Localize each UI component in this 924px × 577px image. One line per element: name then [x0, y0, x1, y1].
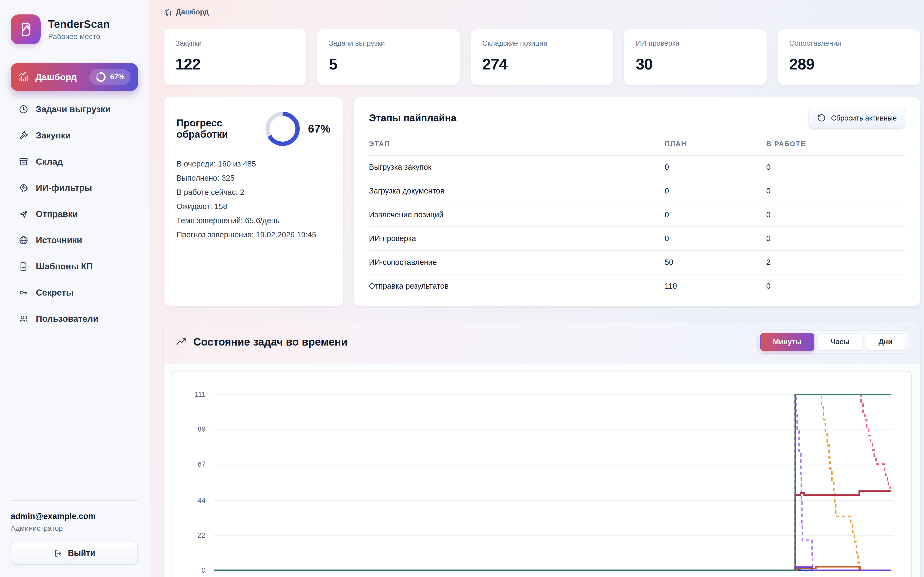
range-button-minutes[interactable]: Минуты [760, 333, 814, 351]
sidebar-footer: admin@example.com Администратор Выйти [11, 500, 138, 565]
sidebar-item-5[interactable]: Источники [11, 227, 138, 253]
stat-label: Сопоставления [789, 39, 908, 48]
table-row: Выгрузка закупок00 [369, 156, 905, 179]
stage-plan: 0 [664, 234, 766, 243]
chart-panel: 02244678911107:45 16.0209:28 16.0211:11 … [172, 371, 912, 577]
stat-card-ai: ИИ-проверки 30 [624, 29, 767, 85]
svg-text:44: 44 [198, 496, 206, 504]
range-switcher: Минуты Часы Дни [757, 330, 908, 354]
trend-icon [176, 337, 187, 348]
series-В работе: отправка [214, 395, 892, 570]
logout-label: Выйти [68, 548, 95, 558]
brand: TenderScan Рабочее место [11, 15, 138, 44]
sidebar-item-label: Пользователи [36, 314, 98, 324]
sidebar-item-label: Шаблоны КП [36, 261, 93, 272]
svg-text:89: 89 [198, 425, 206, 433]
progress-ring-icon [95, 71, 106, 82]
main-content: Дашборд Закупки 122 Задачи выгрузки 5 Ск… [149, 0, 924, 577]
sidebar-item-label: Источники [36, 235, 82, 245]
stat-card-sklad: Складские позиции 274 [471, 29, 613, 85]
dashboard-progress-pill: 67% [89, 69, 131, 85]
stage-name: Выгрузка закупок [369, 163, 664, 172]
sidebar: TenderScan Рабочее место Дашборд 67% Зад… [0, 0, 149, 577]
stage-inwork: 0 [766, 210, 905, 219]
sidebar-item-6[interactable]: Шаблоны КП [11, 253, 138, 280]
sidebar-nav: Задачи выгрузкиЗакупкиСкладИИ-фильтрыОтп… [11, 96, 138, 332]
key-icon [19, 288, 28, 297]
stage-inwork: 0 [766, 234, 905, 243]
range-button-hours[interactable]: Часы [818, 333, 863, 351]
stage-name: Загрузка документов [369, 187, 664, 195]
series-Не завершено: отправка [214, 395, 892, 570]
document-icon [19, 262, 28, 271]
sidebar-item-2[interactable]: Склад [11, 148, 138, 175]
stage-name: ИИ-сопоставление [369, 258, 664, 267]
sidebar-item-label: Дашборд [35, 72, 77, 82]
document-gavel-icon [18, 21, 34, 38]
progress-details: В очереди: 160 из 485 Выполнено: 325 В р… [176, 160, 331, 239]
app-title: TenderScan [48, 18, 110, 30]
stage-inwork: 0 [766, 187, 905, 195]
stat-label: Складские позиции [482, 39, 601, 48]
stage-plan: 110 [664, 282, 766, 290]
progress-donut [263, 109, 303, 149]
progress-card: Прогресс обработки 67% В очереди: 160 из… [164, 97, 343, 306]
stat-card-zadachi: Задачи выгрузки 5 [317, 29, 460, 85]
reset-active-label: Сбросить активные [831, 114, 897, 122]
progress-line: Темп завершений: 65,6/день [176, 216, 331, 225]
pipeline-table-header: ЭТАП ПЛАН В РАБОТЕ [369, 140, 905, 156]
stat-label: Задачи выгрузки [329, 39, 448, 48]
stat-value: 5 [329, 55, 448, 73]
svg-text:67: 67 [198, 460, 206, 468]
progress-line: Ожидают: 158 [176, 202, 331, 211]
chart-bars-icon [18, 72, 29, 82]
sidebar-item-7[interactable]: Секреты [11, 280, 138, 306]
stat-card-sopostavleniya: Сопоставления 289 [777, 29, 920, 85]
progress-line: В очереди: 160 из 485 [176, 160, 331, 168]
stat-value: 30 [636, 55, 755, 73]
stage-inwork: 2 [766, 258, 905, 267]
sidebar-item-8[interactable]: Пользователи [11, 306, 138, 332]
svg-text:111: 111 [195, 390, 206, 398]
table-row: ИИ-проверка00 [369, 227, 905, 251]
stage-plan: 0 [664, 163, 766, 172]
column-header-plan: ПЛАН [664, 140, 766, 148]
sidebar-item-1[interactable]: Закупки [11, 122, 138, 148]
sidebar-item-3[interactable]: ИИ-фильтры [11, 175, 138, 201]
column-header-inwork: В РАБОТЕ [766, 140, 905, 148]
sidebar-item-label: Задачи выгрузки [36, 104, 110, 114]
progress-card-title: Прогресс обработки [176, 118, 257, 140]
sidebar-item-label: Склад [36, 156, 63, 167]
ai-head-icon [19, 183, 28, 193]
stat-value: 122 [176, 55, 295, 73]
sidebar-item-4[interactable]: Отправки [11, 201, 138, 227]
tasks-timeline-chart: 02244678911107:45 16.0209:28 16.0211:11 … [174, 376, 910, 577]
series-В работе: ИИ-сопоставление [214, 491, 892, 570]
send-icon [19, 209, 28, 219]
stat-label: ИИ-проверки [636, 39, 755, 48]
stage-name: Извлечение позиций [369, 210, 664, 219]
range-button-days[interactable]: Дни [866, 333, 905, 351]
table-row: Загрузка документов00 [369, 179, 905, 203]
timeline-section: Состояние задач во времени Минуты Часы Д… [164, 321, 920, 577]
series-Не завершено: извлечение [214, 395, 892, 570]
user-email: admin@example.com [11, 511, 138, 521]
sidebar-item-label: Закупки [36, 131, 71, 140]
table-row: Извлечение позиций00 [369, 203, 905, 227]
app-logo [11, 15, 40, 44]
stage-inwork: 0 [766, 282, 905, 290]
timeline-header: Состояние задач во времени Минуты Часы Д… [164, 321, 920, 363]
dashboard-progress-value: 67% [110, 73, 124, 81]
stat-value: 289 [789, 55, 908, 73]
globe-icon [19, 235, 28, 245]
stat-label: Закупки [176, 39, 295, 48]
sidebar-item-dashboard[interactable]: Дашборд 67% [11, 63, 138, 91]
stage-name: Отправка результатов [369, 282, 664, 290]
sidebar-item-0[interactable]: Задачи выгрузки [11, 96, 138, 122]
rotate-ccw-icon [817, 114, 826, 122]
reset-active-button[interactable]: Сбросить активные [808, 108, 905, 129]
logout-button[interactable]: Выйти [11, 542, 138, 565]
progress-line: Выполнено: 325 [176, 174, 331, 182]
breadcrumb: Дашборд [164, 8, 920, 16]
stage-inwork: 0 [766, 163, 905, 172]
